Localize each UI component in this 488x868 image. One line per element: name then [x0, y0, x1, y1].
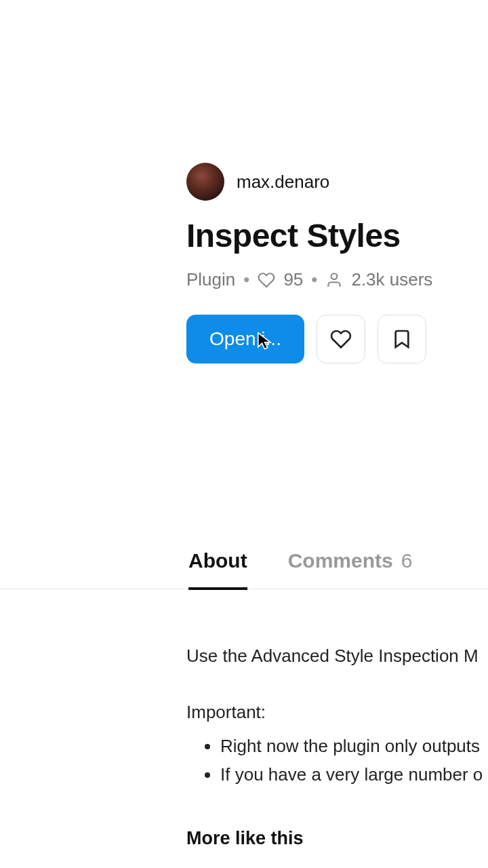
user-icon — [325, 271, 343, 289]
open-button-label: Open i... — [209, 328, 281, 350]
more-like-this-heading: More like this — [186, 828, 488, 849]
author-row[interactable]: max.denaro — [186, 163, 488, 201]
heart-icon — [330, 328, 352, 350]
open-button[interactable]: Open i... — [186, 315, 304, 363]
description-intro: Use the Advanced Style Inspection M — [186, 643, 488, 669]
like-button[interactable] — [317, 315, 365, 363]
author-name[interactable]: max.denaro — [237, 172, 329, 193]
users-count: 2.3k users — [351, 269, 432, 290]
bookmark-icon — [391, 328, 413, 350]
likes-count: 95 — [283, 269, 303, 290]
tab-comments[interactable]: Comments 6 — [288, 549, 413, 589]
list-item: If you have a very large number o — [220, 761, 488, 789]
page-title: Inspect Styles — [186, 217, 488, 254]
important-label: Important: — [186, 702, 488, 723]
tab-about[interactable]: About — [188, 549, 247, 589]
tabs: About Comments 6 — [0, 549, 488, 589]
separator-dot: • — [311, 269, 317, 290]
resource-type: Plugin — [186, 269, 235, 290]
svg-point-0 — [331, 273, 338, 279]
meta-row: Plugin • 95 • 2.3k users — [186, 269, 488, 290]
heart-icon — [258, 271, 275, 289]
tab-about-label: About — [188, 549, 247, 572]
comments-count: 6 — [401, 549, 413, 572]
list-item: Right now the plugin only outputs — [220, 732, 488, 761]
tab-comments-label: Comments — [288, 549, 393, 572]
bookmark-button[interactable] — [378, 315, 426, 363]
separator-dot: • — [243, 269, 249, 290]
important-list: Right now the plugin only outputs If you… — [186, 732, 488, 789]
avatar[interactable] — [186, 163, 224, 201]
actions-row: Open i... — [186, 315, 488, 363]
